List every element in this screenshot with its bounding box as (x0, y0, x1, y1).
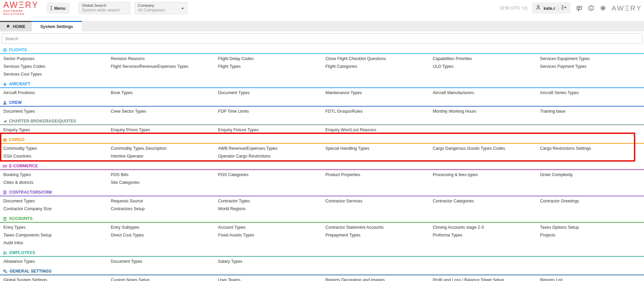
settings-link[interactable]: Revision Reasons (107, 55, 215, 62)
logout-icon[interactable] (561, 5, 567, 11)
settings-link[interactable]: Audit Infos (0, 239, 107, 247)
settings-link[interactable]: Fixed Assets Types (215, 231, 322, 239)
settings-link[interactable]: Services Equipment Types (537, 55, 644, 62)
settings-link[interactable]: Custom Notes Setup (107, 276, 215, 281)
settings-link[interactable]: Commodity Types (0, 144, 107, 152)
settings-link[interactable]: Profit and Loss / Balance Sheet Setup (429, 276, 537, 281)
company-select[interactable]: Company All Companies (135, 2, 187, 14)
settings-link[interactable]: Flight Delay Codes (215, 55, 322, 62)
settings-link[interactable]: FDP Time Limits (215, 107, 322, 115)
briefcase-icon (3, 138, 7, 142)
section-title: CONTRACTORS/CRM (9, 190, 52, 195)
settings-link[interactable]: Contractor Services (322, 197, 429, 205)
settings-link[interactable]: Monthly Working Hours (429, 107, 537, 115)
settings-link[interactable]: Global System Settings (0, 276, 107, 281)
settings-link[interactable]: Contractors Setup (107, 205, 215, 213)
search-input[interactable] (2, 33, 642, 44)
section-links-cargo: Commodity TypesCommodity Types Descripti… (0, 144, 644, 160)
settings-link[interactable]: Cargo Dangerous Goods Types Codes (429, 144, 537, 152)
settings-link[interactable]: Aircraft Positions (0, 89, 107, 96)
settings-link[interactable]: Contractor Categories (429, 197, 537, 205)
settings-link[interactable]: Closing Accounts stage 2-3 (429, 223, 537, 231)
settings-link[interactable]: Site Categories (107, 178, 215, 186)
settings-link[interactable]: Taxes Options Setup (537, 223, 644, 231)
section-title: AIRCRAFT (9, 82, 30, 86)
settings-link[interactable]: Enquiry Fixture Types (215, 126, 322, 134)
settings-link[interactable]: Interline Operator (107, 152, 215, 160)
settings-link[interactable]: Training base (537, 107, 644, 115)
section-accounts: ACCOUNTSEntry TypesEntry SubtypesAccount… (0, 215, 644, 247)
settings-link[interactable]: Requests Source (107, 197, 215, 205)
settings-link[interactable]: Document Types (0, 107, 107, 115)
menu-button[interactable]: Menu (47, 2, 70, 14)
settings-link[interactable]: POS Categories (215, 171, 322, 178)
section-aircraft: AIRCRAFTAircraft PositionsBook TypesDocu… (0, 81, 644, 96)
settings-link[interactable]: User Teams (215, 276, 322, 281)
settings-link[interactable]: Services Payment Types (537, 62, 644, 70)
settings-link[interactable]: Flight Categories (322, 62, 429, 70)
settings-link[interactable]: Capabilities Priorities (429, 55, 537, 62)
settings-link[interactable]: Contractor Types (215, 197, 322, 205)
settings-link[interactable]: Aircraft Manufacturers (429, 89, 537, 96)
divider (558, 5, 558, 11)
settings-link[interactable]: Document Types (0, 197, 107, 205)
settings-link[interactable]: Operator Cargo Restrictions (215, 152, 322, 160)
settings-link[interactable]: Entry Subtypes (107, 223, 215, 231)
settings-link[interactable]: Booking Types (0, 171, 107, 178)
settings-link[interactable]: Contractor Greetings (537, 197, 644, 205)
settings-link[interactable]: Salary Types (215, 257, 322, 265)
settings-link[interactable]: World Regions (215, 205, 322, 213)
settings-link[interactable]: Projects (537, 231, 644, 239)
settings-link[interactable]: Cargo Restrictions Settings (537, 144, 644, 152)
settings-link[interactable]: GSA Countries (0, 152, 107, 160)
settings-link[interactable]: Enquiry Prices Types (107, 126, 215, 134)
tab-system-settings[interactable]: System Settings (32, 21, 82, 31)
settings-link[interactable]: Enquiry Types (0, 126, 107, 134)
tab-system-settings-label: System Settings (40, 24, 73, 29)
info-icon[interactable] (588, 5, 594, 11)
settings-link[interactable]: Allowance Types (0, 257, 107, 265)
settings-link[interactable]: AWB Revenue/Expenses Types (215, 144, 322, 152)
settings-link[interactable]: Entry Types (0, 223, 107, 231)
settings-link[interactable]: Reports List (537, 276, 644, 281)
settings-link[interactable]: Direct Cost Types (107, 231, 215, 239)
settings-link[interactable]: ULD Types (429, 62, 537, 70)
settings-link[interactable]: Special Handling Types (322, 144, 429, 152)
settings-link[interactable]: Proforma Types (429, 231, 537, 239)
settings-link[interactable]: Flight Services/Revenue/Expenses Types (107, 62, 215, 70)
settings-link[interactable]: Book Types (107, 89, 215, 96)
user-menu[interactable]: kate.r (532, 2, 571, 14)
settings-link[interactable]: Reports Decoration and Images (322, 276, 429, 281)
settings-link[interactable]: Contractor Company Size (0, 205, 107, 213)
settings-link[interactable]: Close Flight Checklist Questions (322, 55, 429, 62)
menu-button-label: Menu (54, 6, 66, 11)
settings-link[interactable]: Prepayment Types (322, 231, 429, 239)
settings-link[interactable]: Contractor Statement Accounts (322, 223, 429, 231)
menu-dots-icon (51, 6, 52, 10)
settings-link[interactable]: FDTL Groups/Rules (322, 107, 429, 115)
settings-link[interactable]: Flight Types (215, 62, 322, 70)
settings-link[interactable]: Commodity Types Description (107, 144, 215, 152)
settings-link[interactable]: Document Types (107, 257, 215, 265)
settings-link[interactable]: Enquiry Won/Lost Reasons (322, 126, 429, 134)
settings-link[interactable]: Aircraft Series Types (537, 89, 644, 96)
feedback-chat-icon[interactable] (576, 5, 582, 11)
settings-link[interactable]: Maintenance Types (322, 89, 429, 96)
settings-link[interactable]: Account Types (215, 223, 322, 231)
global-search-input[interactable]: Global Search System-wide search (79, 2, 130, 14)
settings-link[interactable]: Product Properties (322, 171, 429, 178)
section-charter: CHARTER BROKERAGE/QUOTESEnquiry TypesEnq… (0, 118, 644, 134)
settings-link[interactable]: Sector Purposes (0, 55, 107, 62)
settings-link[interactable]: Crew Sector Types (107, 107, 215, 115)
settings-link[interactable]: POS Bills (107, 171, 215, 178)
settings-link[interactable]: Document Types (215, 89, 322, 96)
settings-link[interactable]: Order Complexity (537, 171, 644, 178)
banknote-icon (3, 164, 7, 168)
settings-link[interactable]: Processing & fees types (429, 171, 537, 178)
settings-link[interactable]: Cities & districts (0, 178, 107, 186)
settings-link[interactable]: Services Types Codes (0, 62, 107, 70)
settings-link[interactable]: Taxes Components Setup (0, 231, 107, 239)
tab-home[interactable]: HOME (0, 21, 32, 31)
settings-link[interactable]: Services Cost Types (0, 70, 107, 78)
gear-icon[interactable] (600, 5, 606, 11)
